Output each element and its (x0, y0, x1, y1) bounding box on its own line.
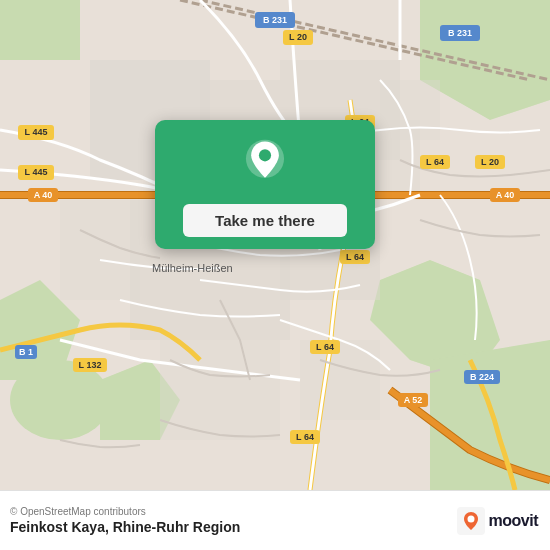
svg-text:L 132: L 132 (79, 360, 102, 370)
popup-icon-area (155, 120, 375, 200)
svg-text:A 40: A 40 (34, 190, 53, 200)
svg-text:L 20: L 20 (289, 32, 307, 42)
svg-text:L 445: L 445 (25, 167, 48, 177)
moovit-logo-icon (457, 507, 485, 535)
svg-text:L 64: L 64 (316, 342, 334, 352)
svg-text:B 231: B 231 (263, 15, 287, 25)
map-attribution: © OpenStreetMap contributors (10, 506, 240, 517)
location-pin-icon (239, 138, 291, 190)
popup-card: Take me there (155, 120, 375, 249)
svg-marker-4 (430, 340, 550, 490)
svg-text:L 64: L 64 (346, 252, 364, 262)
svg-text:A 52: A 52 (404, 395, 423, 405)
moovit-logo: moovit (457, 507, 538, 535)
svg-text:Mülheim-Heißen: Mülheim-Heißen (152, 262, 233, 274)
bottom-bar: © OpenStreetMap contributors Feinkost Ka… (0, 490, 550, 550)
take-me-there-button[interactable]: Take me there (183, 204, 347, 237)
svg-marker-1 (0, 0, 80, 60)
svg-text:L 445: L 445 (25, 127, 48, 137)
place-name: Feinkost Kaya, Rhine-Ruhr Region (10, 519, 240, 535)
svg-text:B 231: B 231 (448, 28, 472, 38)
bottom-left: © OpenStreetMap contributors Feinkost Ka… (10, 506, 240, 535)
svg-text:B 1: B 1 (19, 347, 33, 357)
moovit-text-label: moovit (489, 512, 538, 530)
svg-text:A 40: A 40 (496, 190, 515, 200)
svg-text:L 64: L 64 (296, 432, 314, 442)
svg-point-58 (259, 149, 271, 161)
svg-text:L 20: L 20 (481, 157, 499, 167)
svg-text:L 64: L 64 (426, 157, 444, 167)
svg-text:B 224: B 224 (470, 372, 494, 382)
svg-point-60 (467, 515, 474, 522)
